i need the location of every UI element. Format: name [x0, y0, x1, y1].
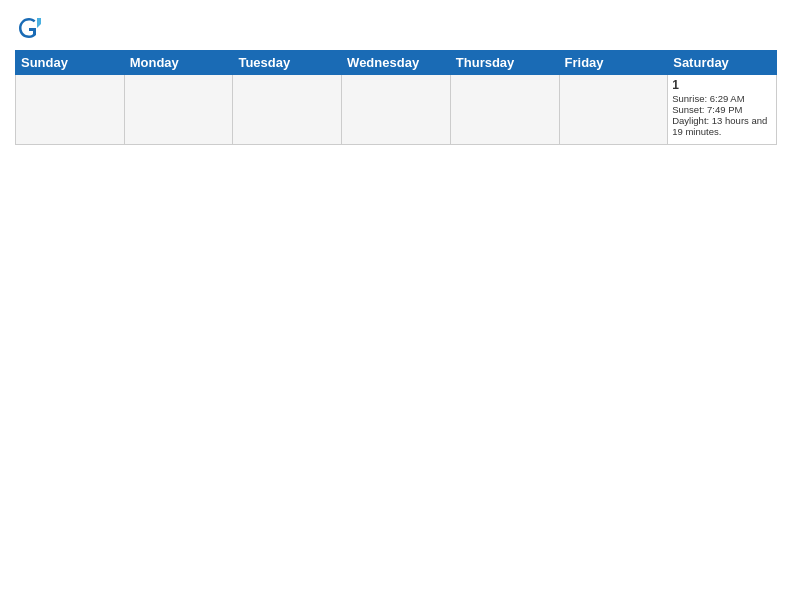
calendar-cell — [16, 75, 125, 145]
day-number: 1 — [672, 78, 772, 92]
calendar-cell — [124, 75, 233, 145]
calendar-cell — [450, 75, 559, 145]
page: SundayMondayTuesdayWednesdayThursdayFrid… — [0, 0, 792, 612]
day-header-sunday: Sunday — [16, 51, 125, 75]
calendar-table: SundayMondayTuesdayWednesdayThursdayFrid… — [15, 50, 777, 145]
day-header-thursday: Thursday — [450, 51, 559, 75]
logo — [15, 14, 47, 42]
calendar-cell — [233, 75, 342, 145]
logo-icon — [15, 14, 43, 42]
calendar-cell: 1Sunrise: 6:29 AMSunset: 7:49 PMDaylight… — [668, 75, 777, 145]
day-header-wednesday: Wednesday — [342, 51, 451, 75]
calendar-cell — [342, 75, 451, 145]
calendar-week-1: 1Sunrise: 6:29 AMSunset: 7:49 PMDaylight… — [16, 75, 777, 145]
day-header-friday: Friday — [559, 51, 668, 75]
calendar-cell — [559, 75, 668, 145]
day-header-monday: Monday — [124, 51, 233, 75]
day-header-tuesday: Tuesday — [233, 51, 342, 75]
header — [15, 10, 777, 42]
calendar-header-row: SundayMondayTuesdayWednesdayThursdayFrid… — [16, 51, 777, 75]
day-header-saturday: Saturday — [668, 51, 777, 75]
